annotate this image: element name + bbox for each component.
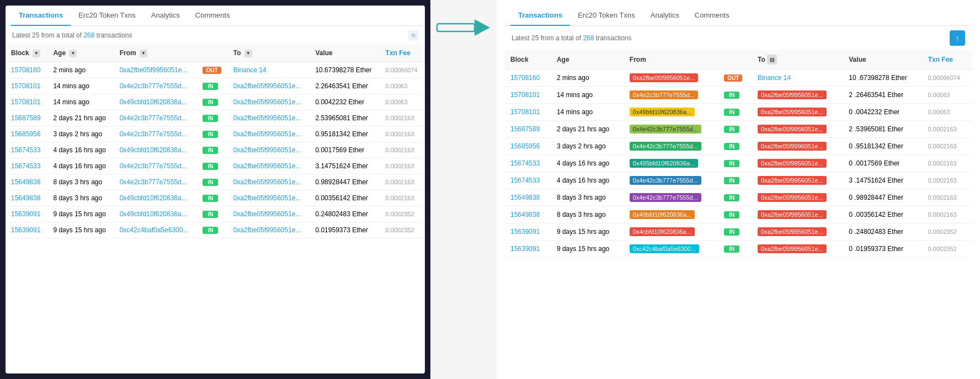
- block-link[interactable]: 15687589: [11, 114, 40, 122]
- from-pill[interactable]: 0xa2fbe05f9956051e...: [630, 73, 699, 82]
- to-link[interactable]: 0xa2fbe05f9956051e...: [233, 82, 301, 90]
- block-link[interactable]: 15708160: [11, 66, 40, 74]
- tab-erc20-left[interactable]: Erc20 Token Txns: [71, 6, 143, 26]
- from-pill[interactable]: 0xc42c4baf0a5e6300...: [630, 244, 699, 253]
- from-link[interactable]: 0x4e2c3b777e7555d...: [120, 82, 187, 90]
- from-pill[interactable]: 0x49bfd10f620836a...: [630, 108, 695, 116]
- from-pill[interactable]: 0x49bfd10f620836a...: [630, 210, 695, 219]
- to-pill[interactable]: 0xa2fbe05f9956051e...: [758, 125, 827, 134]
- from-link[interactable]: 0x49cbfd10f620836a...: [120, 210, 187, 218]
- block-link[interactable]: 15708101: [11, 98, 40, 106]
- to-link[interactable]: Binance 14: [233, 66, 267, 74]
- direction-badge: IN: [724, 194, 739, 201]
- to-pill[interactable]: 0xa2fbe05f9956051e...: [758, 108, 827, 116]
- from-pill[interactable]: 0x4e42c3b777e7555d...: [630, 125, 701, 134]
- col-value-right: Value: [843, 50, 922, 70]
- to-pill[interactable]: 0xa2fbe05f9956051e...: [758, 90, 827, 99]
- to-link[interactable]: 0xa2fbe05f9956051e...: [233, 114, 301, 122]
- to-link[interactable]: 0xa2fbe05f9956051e...: [233, 98, 301, 106]
- to-pill[interactable]: 0xa2fbe05f9956051e...: [758, 210, 827, 219]
- to-link[interactable]: 0xa2fbe05f9956051e...: [233, 162, 301, 170]
- from-link[interactable]: 0x4e2c3b777e7555d...: [120, 178, 187, 186]
- to-link[interactable]: 0xa2fbe05f9956051e...: [233, 130, 301, 138]
- from-pill[interactable]: 0x4e42c3b777e7555d...: [630, 193, 701, 202]
- to-pill[interactable]: 0xa2fbe05f9956051e...: [758, 176, 827, 185]
- sort-block-left[interactable]: ▼: [33, 50, 40, 57]
- block-link[interactable]: 15639091: [11, 210, 40, 218]
- tab-transactions-left[interactable]: Transactions: [11, 6, 71, 26]
- tab-comments-right[interactable]: Comments: [687, 6, 737, 26]
- from-link[interactable]: 0x49cbfd10f620836a...: [120, 146, 187, 154]
- block-link[interactable]: 15685956: [510, 142, 540, 150]
- scroll-top-btn[interactable]: ↑: [950, 30, 965, 46]
- from-link[interactable]: 0x4e2c3b777e7555d...: [120, 130, 187, 138]
- from-link[interactable]: 0x4e2c3b777e7555d...: [120, 162, 187, 170]
- to-pill[interactable]: 0xa2fbe05f9956051e...: [758, 159, 827, 168]
- sort-age-left[interactable]: ▼: [69, 50, 77, 57]
- block-link[interactable]: 15708101: [510, 108, 540, 116]
- cell-block: 15649838: [505, 206, 551, 223]
- from-link[interactable]: 0x4e2c3b777e7555d...: [120, 114, 187, 122]
- cell-age: 4 days 16 hrs ago: [47, 142, 114, 158]
- tab-analytics-right[interactable]: Analytics: [643, 6, 687, 26]
- to-link[interactable]: 0xa2fbe05f9956051e...: [233, 178, 301, 186]
- sort-from-left[interactable]: ▼: [140, 50, 147, 57]
- from-link[interactable]: 0x49cbfd10f620836a...: [120, 194, 187, 202]
- cell-badge: IN: [197, 190, 227, 206]
- cell-age: 8 days 3 hrs ago: [47, 190, 114, 206]
- block-link[interactable]: 15708101: [510, 91, 540, 99]
- tab-erc20-right[interactable]: Erc20 Token Txns: [570, 6, 643, 26]
- copy-btn-left[interactable]: ⧉: [408, 30, 418, 40]
- block-link[interactable]: 15674533: [11, 162, 40, 170]
- to-pill[interactable]: 0xa2fbe05f9956051e...: [758, 244, 827, 253]
- tx-count-link-left[interactable]: 268: [83, 31, 94, 39]
- cell-fee: 0.0002163: [380, 142, 425, 158]
- to-link[interactable]: 0xa2fbe05f9956051e...: [233, 146, 301, 154]
- block-link[interactable]: 15708101: [11, 82, 40, 90]
- block-link[interactable]: 15639091: [510, 228, 540, 236]
- cell-from: 0xa2fbe05f9956051e...: [624, 70, 719, 87]
- from-link[interactable]: 0x49cbfd10f620836a...: [120, 98, 187, 106]
- block-link[interactable]: 15639091: [11, 226, 40, 234]
- from-link[interactable]: 0xc42c4baf0a5e6300...: [120, 226, 189, 234]
- block-link[interactable]: 15639091: [510, 245, 540, 253]
- block-link[interactable]: 15649838: [11, 178, 40, 186]
- col-age-left: Age ▼: [47, 45, 114, 62]
- block-link[interactable]: 15674533: [510, 159, 540, 167]
- sort-to-left[interactable]: ▼: [244, 50, 252, 57]
- to-link[interactable]: 0xa2fbe05f9956051e...: [233, 210, 301, 218]
- block-link[interactable]: 15674533: [510, 177, 540, 184]
- to-pill[interactable]: 0xa2fbe05f9956051e...: [758, 227, 827, 236]
- to-link[interactable]: 0xa2fbe05f9956051e...: [233, 226, 301, 234]
- from-pill[interactable]: 0x4e42c3b777e7555d...: [630, 142, 701, 151]
- from-pill[interactable]: 0x4e2c3b777e7555d...: [630, 90, 698, 99]
- tab-analytics-left[interactable]: Analytics: [143, 6, 188, 26]
- from-pill[interactable]: 0x4e42c3b777e7555d...: [630, 176, 701, 185]
- block-link[interactable]: 15649838: [11, 194, 40, 202]
- to-pill[interactable]: 0xa2fbe05f9996051e...: [758, 142, 827, 151]
- block-link[interactable]: 15687589: [510, 125, 540, 133]
- cell-age: 8 days 3 hrs ago: [551, 206, 624, 223]
- block-link[interactable]: 15708160: [510, 74, 540, 82]
- cell-to: Binance 14: [752, 70, 843, 87]
- block-link[interactable]: 15674533: [11, 146, 40, 154]
- cell-value: 3 .14751624 Ether: [843, 172, 922, 189]
- to-link[interactable]: Binance 14: [758, 74, 791, 82]
- block-link[interactable]: 15649838: [510, 194, 540, 201]
- from-link[interactable]: 0xa2fbe05f9956051e...: [120, 66, 188, 74]
- cell-age: 2 mins ago: [551, 70, 624, 87]
- cell-value: 2 .26463541 Ether: [843, 87, 922, 104]
- cell-age: 9 days 15 hrs ago: [47, 206, 114, 222]
- filter-to-icon[interactable]: ⊟: [767, 55, 777, 65]
- tx-count-link-right[interactable]: 268: [583, 34, 594, 42]
- tab-transactions-right[interactable]: Transactions: [510, 6, 570, 26]
- tab-comments-left[interactable]: Comments: [188, 6, 238, 26]
- from-pill[interactable]: 0x4cbfd10f620836a...: [630, 227, 695, 236]
- block-link[interactable]: 15685956: [11, 130, 40, 138]
- to-pill[interactable]: 0xa2fbe05f9956051e...: [758, 193, 827, 202]
- block-link[interactable]: 15649838: [510, 211, 540, 218]
- cell-fee: 0.00063: [380, 94, 425, 110]
- left-tabs: Transactions Erc20 Token Txns Analytics …: [6, 6, 425, 26]
- to-link[interactable]: 0xa2fbe05f9956051e...: [233, 194, 301, 202]
- from-pill[interactable]: 0x495bfd10f620836a...: [630, 159, 699, 168]
